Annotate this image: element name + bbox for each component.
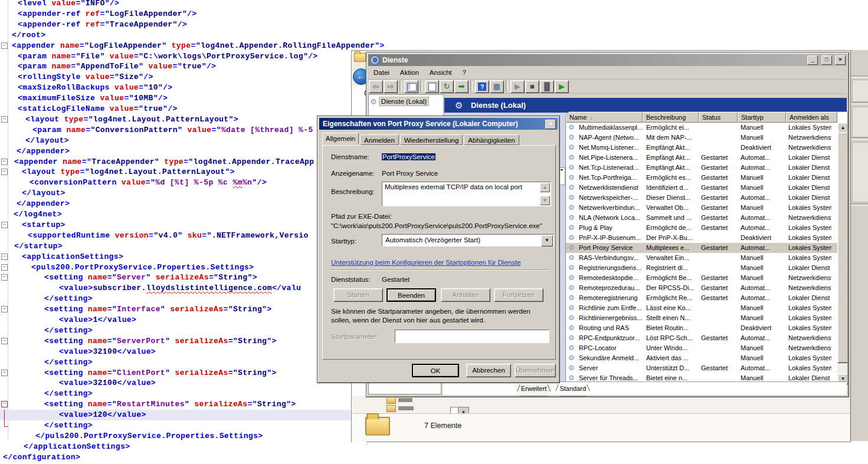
service-description: Der RPCSS-Di... — [646, 284, 694, 291]
toolbar-forward-icon[interactable]: ⇨ — [384, 80, 398, 93]
code-fold-icon[interactable]: − — [1, 338, 8, 344]
tree-item-services-local[interactable]: ⚙ Dienste (Lokal) — [370, 97, 429, 107]
service-row[interactable]: ⚙NLA (Network Loca...Sammelt und ...Gest… — [566, 213, 837, 223]
cancel-button[interactable]: Abbrechen — [466, 364, 511, 377]
tab-anmelden[interactable]: Anmelden — [360, 134, 399, 145]
service-row[interactable]: ⚙Remotedesktopdie...Ermöglicht Be...Gest… — [566, 273, 837, 283]
column-header-starttyp[interactable]: Starttyp — [738, 112, 786, 123]
start-params-input[interactable] — [395, 330, 549, 343]
code-fold-icon[interactable]: − — [1, 116, 8, 123]
scroll-up-icon[interactable]: ▲ — [540, 183, 550, 192]
column-header-anmelden-als[interactable]: Anmelden als — [786, 112, 837, 123]
tab-wiederherstellung[interactable]: Wiederherstellung — [400, 134, 463, 145]
service-row[interactable]: ⚙Plug & PlayErmöglicht de...GestartetAut… — [566, 223, 837, 233]
service-gear-icon: ⚙ — [568, 133, 575, 141]
description-field[interactable]: Multiplexes external TCP/IP data on loca… — [382, 182, 551, 206]
toolbar-stop-service-icon[interactable]: ■ — [525, 80, 539, 93]
service-row[interactable]: ⚙NetzwerklistendienstIdentifiziert d...G… — [566, 183, 837, 193]
toolbar-show-standard-view-icon[interactable]: ▦ — [490, 80, 504, 93]
startup-options-help-link[interactable]: Unterstützung beim Konfigurieren der Sta… — [331, 259, 521, 266]
service-row[interactable]: ⚙RemoteregistrierungErmöglicht Re...Gest… — [566, 293, 837, 303]
service-row[interactable]: ⚙PnP-X-IP-Busenum...Der PnP-X-Bu...Deakt… — [566, 233, 837, 243]
service-status-label: Dienststatus: — [331, 276, 370, 283]
service-row[interactable]: ⚙RPC-Endpunktzuor...Löst RPC-Sch...Gesta… — [566, 333, 837, 343]
view-tab-erweitert[interactable]: Erweitert — [513, 384, 555, 396]
scroll-down-icon[interactable]: ▼ — [540, 196, 550, 205]
service-row[interactable]: ⚙Net.Tcp-Portfreiga...Ermöglicht es...Ge… — [566, 173, 837, 183]
toolbar-start-service-icon[interactable]: ▶ — [510, 80, 525, 93]
maximize-button[interactable]: □ — [821, 55, 832, 65]
column-header-name[interactable]: Name▲ — [566, 112, 643, 123]
minimize-button[interactable]: _ — [807, 55, 818, 65]
code-fold-icon[interactable]: − — [1, 370, 8, 376]
toolbar-show-console-tree-icon[interactable] — [404, 80, 418, 93]
service-row[interactable]: ⚙Routing und RASBietet Routin...Deaktivi… — [566, 323, 837, 333]
service-row[interactable]: ⚙Multimediaklassenpl...Ermöglicht ei...M… — [566, 123, 837, 133]
stop-button[interactable]: Beenden — [386, 288, 436, 302]
tab-allgemein[interactable]: Allgemein — [322, 133, 359, 145]
code-fold-icon[interactable]: − — [1, 42, 8, 49]
ok-button[interactable]: OK — [412, 364, 459, 377]
service-name: Routing und RAS — [579, 324, 647, 331]
close-button[interactable]: ✕ — [835, 55, 846, 65]
service-row[interactable]: ⚙Registrierungsdiens...Registriert di...… — [566, 263, 837, 273]
chevron-down-icon[interactable]: ▼ — [541, 235, 553, 246]
service-row[interactable]: ⚙RAS-Verbindungsv...Verwaltet Ein...Manu… — [566, 253, 837, 263]
toolbar-restart-service-icon[interactable]: ▶ — [555, 80, 569, 93]
service-row[interactable]: ⚙Richtlinie zum Entfe...Lässt eine Ko...… — [566, 303, 837, 313]
service-logon: Lokales System — [788, 244, 831, 251]
column-header-beschreibung[interactable]: Beschreibung — [643, 112, 699, 123]
folder-icon[interactable] — [386, 405, 396, 412]
service-description: Multiplexes e... — [646, 244, 694, 251]
folder-icon[interactable] — [386, 397, 396, 404]
code-line: </root> — [0, 30, 413, 41]
code-fold-icon[interactable]: − — [1, 254, 8, 260]
startup-type-select[interactable]: Automatisch (Verzögerter Start) ▼ — [382, 234, 554, 246]
service-status: Gestartet — [701, 194, 732, 201]
service-row[interactable]: ⚙Netzwerkspeicher-...Dieser Dienst...Ges… — [566, 193, 837, 203]
menu-datei[interactable]: Datei — [368, 67, 395, 76]
menu-help[interactable]: ? — [457, 67, 471, 76]
service-row[interactable]: ⚙Remoteprozedurau...Der RPCSS-Di...Gesta… — [566, 283, 837, 293]
menu-aktion[interactable]: Aktion — [395, 67, 424, 76]
service-name-value[interactable]: PortProxyService — [382, 153, 435, 160]
service-name: Registrierungsdiens... — [579, 264, 647, 271]
code-fold-icon[interactable]: − — [1, 169, 8, 175]
code-fold-icon[interactable]: − — [1, 306, 8, 312]
code-fold-icon[interactable]: − — [1, 401, 8, 407]
service-description: Stellt einen N... — [646, 314, 694, 321]
code-fold-icon[interactable]: − — [1, 222, 8, 228]
toolbar-help-icon[interactable]: ? — [475, 80, 489, 93]
code-fold-icon[interactable]: − — [1, 264, 8, 271]
toolbar-refresh-icon[interactable]: ↻ — [440, 80, 454, 93]
service-row[interactable]: ⚙Port Proxy ServiceMultiplexes e...Gesta… — [566, 243, 837, 253]
service-row[interactable]: ⚙Richtlinienergebniss...Stellt einen N..… — [566, 313, 837, 323]
service-row[interactable]: ⚙RPC-LocatorUnter Windo...ManuellNetzwer… — [566, 343, 837, 353]
code-fold-icon[interactable]: − — [1, 274, 8, 281]
service-logon: Lokales System — [788, 254, 831, 261]
service-row[interactable]: ⚙ServerUnterstützt D...GestartetAutomat.… — [566, 363, 837, 373]
toolbar-export-list-icon[interactable]: ➡ — [454, 80, 469, 93]
tab-abhängigkeiten[interactable]: Abhängigkeiten — [464, 134, 519, 145]
scrollbar-thumb[interactable] — [837, 132, 848, 363]
service-starttype: Manuell — [741, 274, 781, 281]
service-row[interactable]: ⚙NAP-Agent (Netwo...Mit dem NAP-...Manue… — [566, 133, 837, 143]
toolbar-properties-icon[interactable] — [425, 80, 439, 93]
menu-ansicht[interactable]: Ansicht — [424, 67, 457, 76]
code-fold-icon[interactable]: − — [1, 159, 8, 165]
services-titlebar[interactable]: ⚙ Dienste _ □ ✕ — [368, 54, 847, 66]
service-row[interactable]: ⚙Net.Msmq-Listener...Empfängt Akt...Deak… — [566, 143, 837, 153]
vertical-scrollbar[interactable]: ▲ ▼ — [837, 123, 847, 384]
service-row[interactable]: ⚙Netzwerkverbindun...Verwaltet Ob...Gest… — [566, 203, 837, 213]
column-header-status[interactable]: Status — [699, 112, 738, 123]
toolbar-back-icon[interactable]: ⇦ — [369, 80, 383, 93]
view-tab-standard[interactable]: Standard — [551, 384, 594, 396]
services-list[interactable]: Name▲BeschreibungStatusStarttypAnmelden … — [565, 111, 848, 385]
close-icon[interactable]: ✕ — [545, 120, 556, 129]
service-row[interactable]: ⚙Sekundäre Anmeld...Aktiviert das ...Man… — [566, 353, 837, 363]
service-row[interactable]: ⚙Net.Tcp-Listenerad...Empfängt Akt...Ges… — [566, 163, 837, 173]
toolbar-pause-service-icon[interactable]: ▐▌ — [540, 80, 554, 93]
service-status: Gestartet — [701, 334, 732, 341]
service-row[interactable]: ⚙Net.Pipe-Listenera...Empfängt Akt...Ges… — [566, 153, 837, 163]
dialog-titlebar[interactable]: Eigenschaften von Port Proxy Service (Lo… — [319, 118, 558, 130]
